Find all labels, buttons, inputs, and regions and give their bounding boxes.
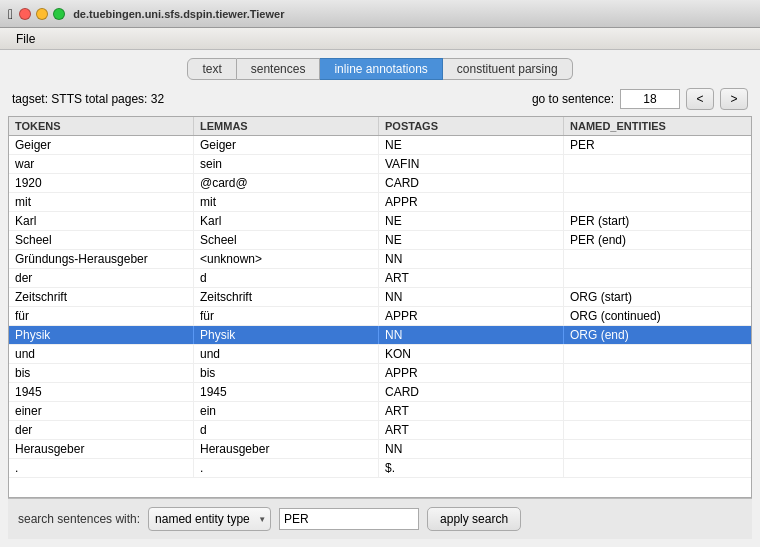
goto-label: go to sentence: xyxy=(532,92,614,106)
cell-postags: NN xyxy=(379,326,564,344)
cell-named_entities xyxy=(564,364,751,382)
cell-named_entities: ORG (continued) xyxy=(564,307,751,325)
cell-lemmas: d xyxy=(194,421,379,439)
cell-tokens: bis xyxy=(9,364,194,382)
table-row[interactable]: undundKON xyxy=(9,345,751,364)
menu-bar: File xyxy=(0,28,760,50)
goto-container: go to sentence: < > xyxy=(532,88,748,110)
table-row[interactable]: PhysikPhysikNNORG (end) xyxy=(9,326,751,345)
tab-sentences[interactable]: sentences xyxy=(237,58,321,80)
minimize-button[interactable] xyxy=(36,8,48,20)
cell-tokens: der xyxy=(9,269,194,287)
search-label: search sentences with: xyxy=(18,512,140,526)
cell-postags: ART xyxy=(379,402,564,420)
cell-tokens: . xyxy=(9,459,194,477)
cell-tokens: mit xyxy=(9,193,194,211)
cell-named_entities xyxy=(564,155,751,173)
cell-postags: CARD xyxy=(379,383,564,401)
cell-lemmas: @card@ xyxy=(194,174,379,192)
cell-lemmas: d xyxy=(194,269,379,287)
cell-named_entities xyxy=(564,345,751,363)
search-text-input[interactable] xyxy=(279,508,419,530)
cell-postags: APPR xyxy=(379,364,564,382)
table-row[interactable]: derdART xyxy=(9,421,751,440)
tab-constituent-parsing[interactable]: constituent parsing xyxy=(443,58,573,80)
cell-postags: KON xyxy=(379,345,564,363)
cell-tokens: und xyxy=(9,345,194,363)
search-select[interactable]: named entity typetokenlemmapostag xyxy=(148,507,271,531)
cell-named_entities: PER (end) xyxy=(564,231,751,249)
cell-postags: $. xyxy=(379,459,564,477)
cell-postags: ART xyxy=(379,421,564,439)
title-bar:  de.tuebingen.uni.sfs.dspin.tiewer.Tiew… xyxy=(0,0,760,28)
cell-lemmas: . xyxy=(194,459,379,477)
cell-postags: APPR xyxy=(379,193,564,211)
cell-tokens: Herausgeber xyxy=(9,440,194,458)
cell-named_entities xyxy=(564,269,751,287)
table-row[interactable]: HerausgeberHerausgeberNN xyxy=(9,440,751,459)
close-button[interactable] xyxy=(19,8,31,20)
table-row[interactable]: 19451945CARD xyxy=(9,383,751,402)
table-row[interactable]: ZeitschriftZeitschriftNNORG (start) xyxy=(9,288,751,307)
search-bar: search sentences with: named entity type… xyxy=(8,498,752,539)
maximize-button[interactable] xyxy=(53,8,65,20)
tab-inline-annotations[interactable]: inline annotations xyxy=(320,58,442,80)
cell-named_entities xyxy=(564,250,751,268)
col-postags: POSTAGS xyxy=(379,117,564,135)
table-row[interactable]: ..$. xyxy=(9,459,751,478)
cell-tokens: Karl xyxy=(9,212,194,230)
cell-named_entities xyxy=(564,402,751,420)
window-title: de.tuebingen.uni.sfs.dspin.tiewer.Tiewer xyxy=(73,8,284,20)
cell-named_entities: PER (start) xyxy=(564,212,751,230)
cell-postags: ART xyxy=(379,269,564,287)
cell-lemmas: bis xyxy=(194,364,379,382)
cell-lemmas: und xyxy=(194,345,379,363)
cell-postags: NE xyxy=(379,136,564,154)
col-named-entities: NAMED_ENTITIES xyxy=(564,117,751,135)
cell-tokens: einer xyxy=(9,402,194,420)
cell-postags: NN xyxy=(379,250,564,268)
cell-tokens: war xyxy=(9,155,194,173)
cell-lemmas: Physik xyxy=(194,326,379,344)
cell-tokens: Scheel xyxy=(9,231,194,249)
table-row[interactable]: mitmitAPPR xyxy=(9,193,751,212)
table-row[interactable]: 1920@card@CARD xyxy=(9,174,751,193)
prev-button[interactable]: < xyxy=(686,88,714,110)
cell-named_entities: ORG (start) xyxy=(564,288,751,306)
cell-tokens: Geiger xyxy=(9,136,194,154)
cell-tokens: Gründungs-Herausgeber xyxy=(9,250,194,268)
table-row[interactable]: einereinART xyxy=(9,402,751,421)
toolbar: tagset: STTS total pages: 32 go to sente… xyxy=(8,88,752,110)
cell-tokens: Physik xyxy=(9,326,194,344)
apple-icon:  xyxy=(8,6,13,22)
cell-postags: NE xyxy=(379,231,564,249)
menu-file[interactable]: File xyxy=(8,32,43,46)
cell-tokens: 1920 xyxy=(9,174,194,192)
table-row[interactable]: fürfürAPPRORG (continued) xyxy=(9,307,751,326)
tagset-info: tagset: STTS total pages: 32 xyxy=(12,92,532,106)
cell-lemmas: Herausgeber xyxy=(194,440,379,458)
cell-postags: NE xyxy=(379,212,564,230)
table-row[interactable]: derdART xyxy=(9,269,751,288)
apply-search-button[interactable]: apply search xyxy=(427,507,521,531)
table-row[interactable]: Gründungs-Herausgeber<unknown>NN xyxy=(9,250,751,269)
cell-named_entities xyxy=(564,459,751,477)
cell-postags: APPR xyxy=(379,307,564,325)
table-container: TOKENS LEMMAS POSTAGS NAMED_ENTITIES Gei… xyxy=(8,116,752,498)
table-row[interactable]: GeigerGeigerNEPER xyxy=(9,136,751,155)
cell-tokens: der xyxy=(9,421,194,439)
traffic-lights xyxy=(19,8,65,20)
table-row[interactable]: KarlKarlNEPER (start) xyxy=(9,212,751,231)
cell-tokens: Zeitschrift xyxy=(9,288,194,306)
goto-input[interactable] xyxy=(620,89,680,109)
table-row[interactable]: warseinVAFIN xyxy=(9,155,751,174)
cell-named_entities xyxy=(564,421,751,439)
table-row[interactable]: bisbisAPPR xyxy=(9,364,751,383)
next-button[interactable]: > xyxy=(720,88,748,110)
cell-tokens: für xyxy=(9,307,194,325)
tab-text[interactable]: text xyxy=(187,58,236,80)
cell-lemmas: sein xyxy=(194,155,379,173)
cell-named_entities xyxy=(564,383,751,401)
table-row[interactable]: ScheelScheelNEPER (end) xyxy=(9,231,751,250)
cell-named_entities: PER xyxy=(564,136,751,154)
